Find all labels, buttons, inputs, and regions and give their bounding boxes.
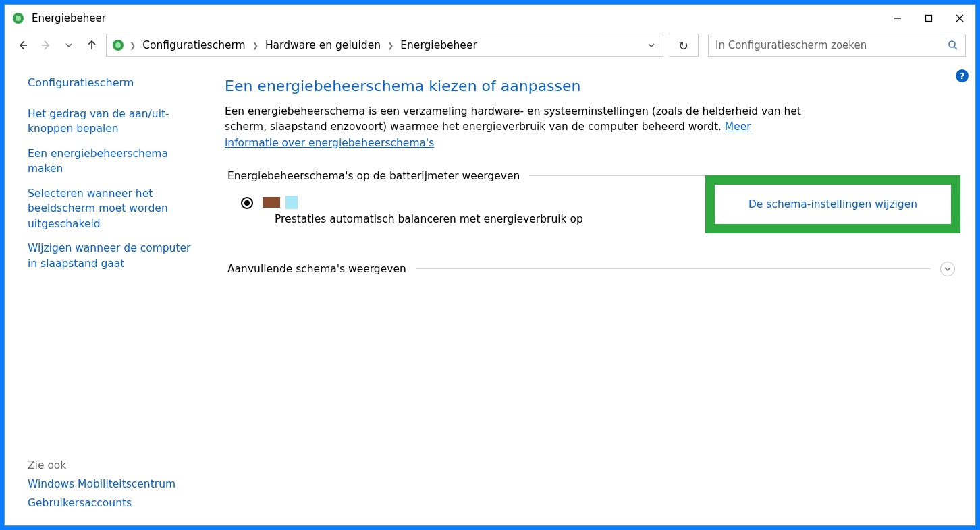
plan-radio-balanced[interactable]	[241, 197, 253, 209]
body: ? Configuratiescherm Het gedrag van de a…	[5, 61, 975, 525]
maximize-button[interactable]	[913, 5, 944, 32]
page-description-text: Een energiebeheerschema is een verzameli…	[225, 105, 801, 133]
chevron-right-icon: ❯	[387, 41, 393, 50]
address-icon	[111, 38, 126, 52]
svg-rect-3	[926, 16, 932, 22]
main-panel: Een energiebeheerschema kiezen of aanpas…	[207, 61, 975, 525]
search-icon[interactable]	[948, 40, 958, 51]
chevron-right-icon: ❯	[130, 41, 136, 50]
highlighted-change-settings: De schema-instellingen wijzigen	[705, 175, 960, 233]
control-panel-window: Energiebeheer ❯ Configuratiesch	[4, 4, 976, 526]
plan-name	[263, 196, 298, 209]
help-button[interactable]: ?	[956, 69, 969, 82]
refresh-button[interactable]: ↻	[669, 34, 699, 57]
page-description: Een energiebeheerschema is een verzameli…	[225, 104, 805, 151]
control-panel-home-link[interactable]: Configuratiescherm	[28, 76, 200, 89]
back-button[interactable]	[14, 36, 32, 55]
up-button[interactable]	[83, 36, 101, 55]
forward-button[interactable]	[37, 36, 55, 55]
breadcrumb-item[interactable]: Configuratiescherm	[140, 38, 248, 53]
search-input[interactable]	[715, 39, 948, 51]
breadcrumb-item[interactable]: Energiebeheer	[398, 38, 480, 53]
navbar: ❯ Configuratiescherm ❯ Hardware en gelui…	[5, 32, 975, 61]
see-also-section: Zie ook Windows Mobiliteitscentrum Gebru…	[28, 459, 175, 516]
recent-locations-button[interactable]	[60, 36, 78, 55]
sidebar-link-display-off[interactable]: Selecteren wanneer het beeldscherm moet …	[28, 186, 200, 231]
see-also-accounts[interactable]: Gebruikersaccounts	[28, 497, 175, 509]
search-box[interactable]	[708, 34, 966, 57]
section-additional-plans: Aanvullende schema's weergeven	[227, 263, 406, 275]
see-also-title: Zie ook	[28, 459, 175, 471]
svg-point-1	[16, 16, 21, 21]
sidebar-link-create-plan[interactable]: Een energiebeheerschema maken	[28, 146, 200, 177]
window-title: Energiebeheer	[32, 12, 882, 24]
svg-point-10	[115, 42, 121, 48]
page-heading: Een energiebeheerschema kiezen of aanpas…	[225, 78, 955, 94]
address-dropdown-button[interactable]	[644, 42, 659, 49]
sidebar-link-sleep[interactable]: Wijzigen wanneer de computer in slaapsta…	[28, 241, 200, 271]
expand-additional-plans-button[interactable]	[940, 262, 955, 276]
address-bar[interactable]: ❯ Configuratiescherm ❯ Hardware en gelui…	[106, 34, 663, 57]
minimize-button[interactable]	[882, 5, 913, 32]
power-plan-area: Prestaties automatisch balanceren met en…	[241, 196, 955, 225]
sidebar: Configuratiescherm Het gedrag van de aan…	[5, 61, 207, 525]
see-also-mobility[interactable]: Windows Mobiliteitscentrum	[28, 478, 175, 490]
app-icon	[11, 11, 25, 25]
sidebar-link-power-buttons[interactable]: Het gedrag van de aan/uit-knoppen bepale…	[28, 107, 200, 137]
plan-color-swatch	[263, 197, 280, 208]
svg-point-11	[949, 41, 955, 47]
svg-line-12	[954, 47, 957, 49]
section-preferred-plans: Energiebeheerschema's op de batterijmete…	[227, 170, 520, 182]
close-button[interactable]	[944, 5, 975, 32]
plan-color-swatch	[285, 196, 298, 209]
titlebar: Energiebeheer	[5, 5, 975, 32]
divider	[416, 268, 931, 269]
chevron-right-icon: ❯	[252, 41, 258, 50]
breadcrumb-item[interactable]: Hardware en geluiden	[263, 38, 383, 53]
change-plan-settings-link[interactable]: De schema-instellingen wijzigen	[748, 198, 917, 210]
